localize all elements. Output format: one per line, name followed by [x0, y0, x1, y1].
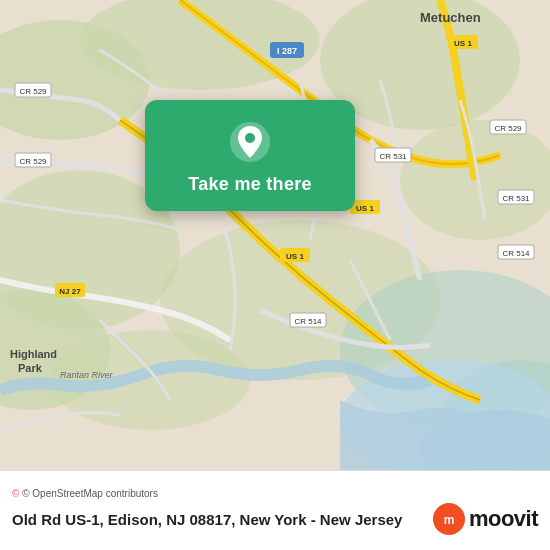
location-label: Old Rd US-1, Edison, NJ 08817, New York … [12, 511, 433, 528]
svg-text:CR 529: CR 529 [494, 124, 522, 133]
svg-text:I 287: I 287 [277, 46, 297, 56]
svg-text:Highland: Highland [10, 348, 57, 360]
attribution-text: © OpenStreetMap contributors [22, 488, 158, 499]
navigation-card: Take me there [145, 100, 355, 211]
svg-text:US 1: US 1 [454, 39, 472, 48]
take-me-there-button[interactable]: Take me there [188, 174, 312, 195]
svg-text:Metuchen: Metuchen [420, 10, 481, 25]
location-pin-icon [228, 120, 272, 164]
svg-text:CR 514: CR 514 [294, 317, 322, 326]
moovit-logo: m moovit [433, 503, 538, 535]
bottom-info-bar: © © OpenStreetMap contributors Old Rd US… [0, 470, 550, 550]
svg-text:CR 514: CR 514 [502, 249, 530, 258]
svg-text:Raritan River: Raritan River [60, 370, 114, 380]
svg-text:CR 529: CR 529 [19, 87, 47, 96]
svg-text:NJ 27: NJ 27 [59, 287, 81, 296]
svg-text:US 1: US 1 [286, 252, 304, 261]
svg-text:Park: Park [18, 362, 43, 374]
moovit-icon: m [433, 503, 465, 535]
svg-text:CR 529: CR 529 [19, 157, 47, 166]
moovit-brand-text: moovit [469, 506, 538, 532]
map-attribution: © © OpenStreetMap contributors [12, 488, 538, 499]
svg-point-42 [245, 133, 255, 143]
svg-point-8 [50, 330, 250, 430]
map-view: Raritan River I 287 US 1 US 1 NJ 27 CR 5… [0, 0, 550, 470]
svg-text:US 1: US 1 [356, 204, 374, 213]
svg-text:CR 531: CR 531 [502, 194, 530, 203]
svg-text:CR 531: CR 531 [379, 152, 407, 161]
svg-text:m: m [444, 513, 455, 527]
